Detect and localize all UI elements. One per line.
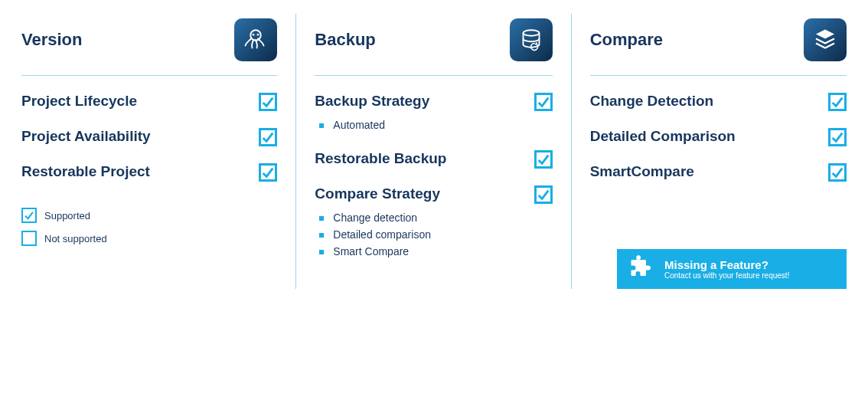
checkbox-checked-icon [828, 93, 847, 111]
checkbox-checked-icon [259, 163, 277, 182]
sublist-item: Automated [315, 116, 524, 133]
feature-table: Version Project Lifecycle Project Availa… [21, 14, 847, 289]
column-header: Backup [315, 14, 552, 76]
legend-label: Not supported [44, 233, 107, 244]
svg-marker-4 [816, 30, 834, 39]
feature-row: Detailed Comparison [590, 128, 847, 146]
column-compare: Compare Change Detection Detailed Compar… [572, 14, 847, 289]
feature-title: Change Detection [590, 93, 819, 110]
svg-point-1 [253, 34, 255, 36]
feature-title: Project Availability [21, 128, 250, 146]
feature-row: Project Lifecycle [21, 93, 277, 111]
feature-title: SmartCompare [590, 163, 819, 181]
column-title: Compare [590, 30, 663, 50]
feature-row: Project Availability [21, 128, 277, 146]
octopus-icon [234, 18, 277, 61]
legend-not-supported: Not supported [21, 231, 277, 246]
checkbox-checked-icon [21, 208, 37, 223]
column-version: Version Project Lifecycle Project Availa… [21, 14, 296, 289]
legend: Supported Not supported [21, 208, 277, 246]
feature-title: Backup Strategy [315, 93, 524, 110]
feature-row: Restorable Project [21, 163, 277, 182]
feature-row: Backup Strategy Automated [315, 93, 552, 133]
checkbox-checked-icon [534, 93, 553, 111]
checkbox-checked-icon [259, 128, 277, 146]
sublist-item: Detailed comparison [315, 226, 524, 243]
feature-row: Compare Strategy Change detection Detail… [315, 185, 552, 260]
svg-point-0 [251, 30, 262, 41]
legend-supported: Supported [21, 208, 277, 223]
cta-title: Missing a Feature? [664, 258, 789, 271]
sublist-item: Change detection [315, 209, 524, 226]
checkbox-checked-icon [259, 93, 277, 111]
column-title: Backup [315, 30, 375, 50]
puzzle-icon [628, 255, 655, 283]
feature-title: Restorable Project [21, 163, 250, 181]
feature-row: Change Detection [590, 93, 847, 111]
feature-title: Project Lifecycle [21, 93, 250, 110]
cta-text: Missing a Feature? Contact us with your … [664, 258, 789, 280]
feature-row: SmartCompare [590, 163, 847, 182]
feature-title: Detailed Comparison [590, 128, 819, 146]
feature-row: Restorable Backup [315, 150, 552, 169]
feature-sublist: Automated [315, 116, 524, 133]
column-title: Version [21, 30, 82, 50]
layers-icon [804, 18, 847, 61]
feature-title: Restorable Backup [315, 150, 524, 168]
missing-feature-button[interactable]: Missing a Feature? Contact us with your … [617, 249, 847, 289]
feature-sublist: Change detection Detailed comparison Sma… [315, 209, 524, 260]
legend-label: Supported [44, 210, 90, 221]
svg-point-2 [257, 34, 259, 36]
sublist-item: Smart Compare [315, 243, 524, 260]
svg-point-3 [523, 30, 539, 36]
feature-title: Compare Strategy [315, 185, 524, 203]
checkbox-checked-icon [828, 163, 847, 182]
column-header: Compare [590, 14, 847, 76]
checkbox-empty-icon [21, 231, 37, 246]
checkbox-checked-icon [534, 150, 553, 169]
checkbox-checked-icon [828, 128, 847, 146]
column-backup: Backup Backup Strategy Automated Restora… [296, 14, 571, 289]
database-icon [510, 18, 553, 61]
cta-subtitle: Contact us with your feature request! [664, 271, 789, 280]
checkbox-checked-icon [534, 185, 553, 204]
column-header: Version [21, 14, 277, 76]
